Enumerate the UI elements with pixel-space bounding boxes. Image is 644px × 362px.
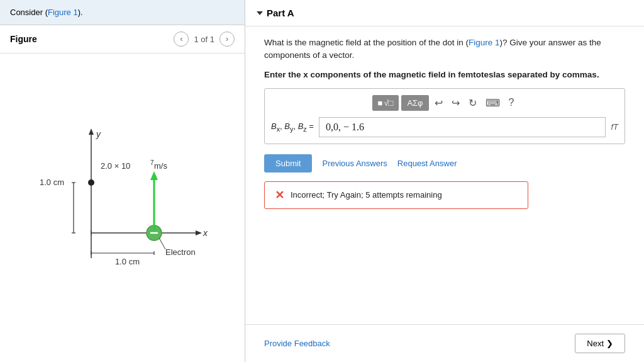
svg-text:x: x — [203, 228, 208, 238]
figure-diagram: y x 1.0 cm — [22, 120, 223, 296]
undo-btn[interactable]: ↩ — [431, 96, 446, 110]
keyboard-icon: ⌨ — [486, 98, 500, 108]
figure-area: y x 1.0 cm — [0, 54, 245, 362]
svg-line-25 — [159, 238, 165, 249]
left-panel: Consider (Figure 1). Figure ‹ 1 of 1 › y… — [0, 0, 245, 362]
svg-text:2.0 × 10: 2.0 × 10 — [101, 161, 130, 171]
instruction-text: Enter the x components of the magnetic f… — [264, 70, 625, 79]
symbol-label: AΣφ — [407, 98, 423, 108]
svg-text:m/s: m/s — [154, 161, 167, 171]
next-button[interactable]: Next ❯ — [575, 334, 625, 353]
next-arrow-icon: ❯ — [606, 339, 613, 348]
question-text: What is the magnetic field at the positi… — [264, 37, 625, 62]
math-toolbar-btn[interactable]: ■ √□ — [372, 95, 399, 111]
actions-row: Submit Previous Answers Request Answer — [264, 154, 625, 173]
part-content: What is the magnetic field at the positi… — [245, 26, 644, 219]
consider-after: ). — [78, 8, 83, 17]
refresh-btn[interactable]: ↻ — [465, 96, 480, 110]
sqrt-icon: √□ — [384, 98, 393, 108]
unit-label: fT — [611, 122, 618, 132]
nav-controls: ‹ 1 of 1 › — [174, 31, 235, 47]
svg-marker-1 — [89, 128, 94, 135]
submit-button[interactable]: Submit — [264, 154, 312, 173]
math-icon: ■ — [378, 98, 383, 108]
bottom-bar: Provide Feedback Next ❯ — [245, 324, 644, 362]
error-icon: ✕ — [275, 188, 284, 202]
refresh-icon: ↻ — [469, 98, 477, 108]
svg-text:1.0 cm: 1.0 cm — [115, 257, 140, 266]
provide-feedback-link[interactable]: Provide Feedback — [264, 339, 330, 348]
svg-text:y: y — [96, 129, 101, 139]
request-answer-link[interactable]: Request Answer — [397, 159, 457, 168]
svg-marker-4 — [196, 230, 202, 235]
svg-text:Electron: Electron — [165, 247, 196, 257]
consider-text: Consider ( — [10, 8, 48, 17]
error-text: Incorrect; Try Again; 5 attempts remaini… — [291, 190, 442, 200]
part-header: Part A — [245, 0, 644, 26]
page-indicator: 1 of 1 — [194, 35, 214, 44]
part-triangle-icon — [257, 11, 263, 15]
field-label: Bx, By, Bz = — [271, 122, 314, 133]
toolbar: ■ √□ AΣφ ↩ ↪ ↻ ⌨ ? — [271, 95, 618, 111]
next-label: Next — [587, 339, 604, 348]
right-panel: Part A What is the magnetic field at the… — [245, 0, 644, 362]
figure-title: Figure — [10, 34, 174, 44]
error-box: ✕ Incorrect; Try Again; 5 attempts remai… — [264, 181, 528, 209]
help-icon: ? — [509, 97, 514, 108]
consider-box: Consider (Figure 1). — [0, 0, 245, 25]
figure-link-left[interactable]: Figure 1 — [48, 8, 78, 17]
answer-input[interactable] — [319, 117, 606, 137]
symbol-toolbar-btn[interactable]: AΣφ — [401, 95, 428, 111]
next-figure-button[interactable]: › — [219, 31, 235, 47]
answer-box: ■ √□ AΣφ ↩ ↪ ↻ ⌨ ? — [264, 88, 625, 144]
input-row: Bx, By, Bz = fT — [271, 117, 618, 137]
prev-figure-button[interactable]: ‹ — [174, 31, 189, 47]
keyboard-btn[interactable]: ⌨ — [482, 96, 503, 110]
svg-text:1.0 cm: 1.0 cm — [40, 178, 64, 187]
svg-marker-16 — [150, 171, 158, 180]
redo-btn[interactable]: ↪ — [448, 96, 463, 110]
part-title: Part A — [267, 8, 294, 18]
figure-link-right[interactable]: Figure 1 — [469, 38, 500, 47]
help-btn[interactable]: ? — [506, 96, 518, 110]
redo-icon: ↪ — [452, 98, 460, 108]
svg-point-7 — [88, 179, 94, 186]
undo-icon: ↩ — [435, 98, 443, 108]
figure-header: Figure ‹ 1 of 1 › — [0, 25, 245, 54]
previous-answers-link[interactable]: Previous Answers — [322, 159, 387, 168]
